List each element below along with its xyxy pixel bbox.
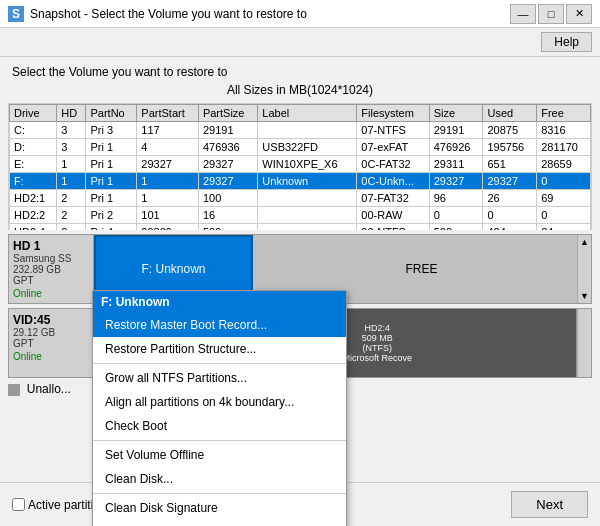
table-cell: 29327: [137, 156, 199, 173]
context-menu: F: Unknown Restore Master Boot Record...…: [92, 290, 347, 526]
disk1-part-free-label: FREE: [406, 262, 438, 276]
context-menu-clean-signature[interactable]: Clean Disk Signature: [93, 496, 346, 520]
table-row[interactable]: F:1Pri 1129327Unknown0C-Unkn...293272932…: [10, 173, 591, 190]
table-cell: E:: [10, 156, 57, 173]
table-cell: 281170: [537, 139, 591, 156]
disk-scrollbar[interactable]: ▲ ▼: [577, 235, 591, 303]
col-partno: PartNo: [86, 105, 137, 122]
table-cell: HD2:1: [10, 190, 57, 207]
separator-3: [93, 493, 346, 494]
scroll-up[interactable]: ▲: [580, 237, 589, 247]
table-cell: 20875: [483, 122, 537, 139]
table-cell: 29327: [198, 173, 257, 190]
table-cell: 07-FAT32: [357, 190, 429, 207]
disk2-status: Online: [13, 351, 89, 362]
col-filesystem: Filesystem: [357, 105, 429, 122]
context-menu-grow-ntfs[interactable]: Grow all NTFS Partitions...: [93, 366, 346, 390]
table-cell: Pri 3: [86, 122, 137, 139]
table-cell: 2: [57, 207, 86, 224]
table-cell: 07-NTFS: [357, 122, 429, 139]
table-cell: 1: [137, 173, 199, 190]
context-menu-set-offline[interactable]: Set Volume Offline: [93, 443, 346, 467]
disk2-type: GPT: [13, 338, 89, 349]
col-partsize: PartSize: [198, 105, 257, 122]
table-cell: 101: [137, 207, 199, 224]
table-cell: 16: [198, 207, 257, 224]
table-cell: 2: [57, 190, 86, 207]
instruction-text: Select the Volume you want to restore to: [0, 57, 600, 81]
col-hd: HD: [57, 105, 86, 122]
table-cell: Pri 1: [86, 156, 137, 173]
table-cell: 0C-Unkn...: [357, 173, 429, 190]
minimize-button[interactable]: —: [510, 4, 536, 24]
context-menu-align-4k[interactable]: Align all partitions on 4k boundary...: [93, 390, 346, 414]
next-button[interactable]: Next: [511, 491, 588, 518]
col-size: Size: [429, 105, 483, 122]
scroll-down[interactable]: ▼: [580, 291, 589, 301]
context-menu-restore-signature[interactable]: Restore Disk Signature: [93, 520, 346, 526]
context-menu-header: F: Unknown: [93, 291, 346, 313]
table-cell: 100: [198, 190, 257, 207]
table-cell: 29327: [429, 173, 483, 190]
table-cell: Pri 1: [86, 139, 137, 156]
col-used: Used: [483, 105, 537, 122]
disk1-model: Samsung SS: [13, 253, 89, 264]
table-row[interactable]: D:3Pri 14476936USB322FD07-exFAT476926195…: [10, 139, 591, 156]
table-cell: 0: [483, 207, 537, 224]
active-partition-checkbox[interactable]: [12, 498, 25, 511]
table-cell: 3: [57, 122, 86, 139]
table-cell: 476926: [429, 139, 483, 156]
context-menu-check-boot[interactable]: Check Boot: [93, 414, 346, 438]
table-cell: D:: [10, 139, 57, 156]
disk2-scrollbar: [577, 309, 591, 377]
table-row[interactable]: E:1Pri 12932729327WIN10XPE_X60C-FAT32293…: [10, 156, 591, 173]
table-cell: 0: [429, 207, 483, 224]
help-button[interactable]: Help: [541, 32, 592, 52]
table-cell: 26: [483, 190, 537, 207]
maximize-button[interactable]: □: [538, 4, 564, 24]
col-partstart: PartStart: [137, 105, 199, 122]
context-menu-restore-mbr[interactable]: Restore Master Boot Record...: [93, 313, 346, 337]
context-menu-clean-disk[interactable]: Clean Disk...: [93, 467, 346, 491]
table-cell: 1: [57, 156, 86, 173]
table-cell: 96: [429, 190, 483, 207]
volumes-table-container: Drive HD PartNo PartStart PartSize Label…: [8, 103, 592, 242]
title-bar: S Snapshot - Select the Volume you want …: [0, 0, 600, 28]
table-cell: 3: [57, 139, 86, 156]
table-row[interactable]: HD2:22Pri 21011600-RAW000: [10, 207, 591, 224]
table-row[interactable]: HD2:12Pri 1110007-FAT32962669: [10, 190, 591, 207]
table-cell: 117: [137, 122, 199, 139]
table-cell: USB322FD: [258, 139, 357, 156]
disk1-size: 232.89 GB: [13, 264, 89, 275]
table-cell: 29191: [198, 122, 257, 139]
disk1-part-f-label: F: Unknown: [142, 262, 206, 276]
close-button[interactable]: ✕: [566, 4, 592, 24]
col-drive: Drive: [10, 105, 57, 122]
sizes-note: All Sizes in MB(1024*1024): [0, 81, 600, 99]
table-cell: 28659: [537, 156, 591, 173]
table-cell: 651: [483, 156, 537, 173]
context-menu-restore-partition[interactable]: Restore Partition Structure...: [93, 337, 346, 361]
help-bar: Help: [0, 28, 600, 57]
table-cell: Pri 1: [86, 190, 137, 207]
table-cell: 29327: [198, 156, 257, 173]
table-cell: [258, 190, 357, 207]
disk2-size: 29.12 GB: [13, 327, 89, 338]
table-row[interactable]: C:3Pri 31172919107-NTFS29191208758316: [10, 122, 591, 139]
col-free: Free: [537, 105, 591, 122]
table-cell: HD2:2: [10, 207, 57, 224]
table-cell: 07-exFAT: [357, 139, 429, 156]
table-cell: 29191: [429, 122, 483, 139]
window-title: Snapshot - Select the Volume you want to…: [30, 7, 307, 21]
table-cell: 8316: [537, 122, 591, 139]
table-cell: [258, 207, 357, 224]
table-cell: 1: [137, 190, 199, 207]
window-controls: — □ ✕: [510, 4, 592, 24]
volumes-table: Drive HD PartNo PartStart PartSize Label…: [9, 104, 591, 241]
disk1-name: HD 1: [13, 239, 89, 253]
separator-2: [93, 440, 346, 441]
table-cell: 29311: [429, 156, 483, 173]
table-cell: Pri 2: [86, 207, 137, 224]
disk1-status: Online: [13, 288, 89, 299]
table-cell: WIN10XPE_X6: [258, 156, 357, 173]
